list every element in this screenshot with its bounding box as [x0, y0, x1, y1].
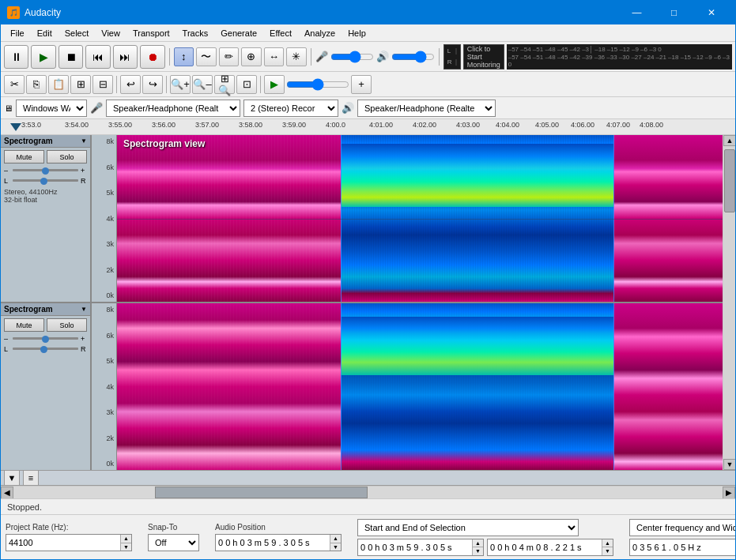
- undo-button[interactable]: ↩: [120, 75, 141, 94]
- audio-position-value[interactable]: [216, 535, 330, 551]
- pause-button[interactable]: ⏸: [4, 45, 28, 69]
- output-volume-slider[interactable]: [391, 51, 435, 62]
- sel-start-input: ▲ ▼: [357, 539, 484, 556]
- play-speed-slider[interactable]: [286, 79, 349, 90]
- project-rate-value[interactable]: [6, 535, 120, 551]
- sel-start-up[interactable]: ▲: [473, 539, 483, 548]
- hscroll-track[interactable]: [13, 487, 723, 498]
- zoom-in-button[interactable]: 🔍+: [170, 75, 191, 94]
- vscroll-down-button[interactable]: ▼: [723, 459, 735, 470]
- center-freq-value[interactable]: [630, 539, 736, 555]
- menu-view[interactable]: View: [95, 24, 126, 41]
- zoom-sel-button[interactable]: ⊞🔍: [214, 75, 235, 94]
- hscroll-thumb[interactable]: [155, 487, 368, 498]
- sep1: [169, 48, 170, 66]
- output-device-select[interactable]: Speaker/Headphone (Realte: [357, 100, 496, 117]
- menu-transport[interactable]: Transport: [126, 24, 176, 41]
- sel-start-value[interactable]: [358, 539, 472, 555]
- zoom-fit-button[interactable]: ⊡: [236, 75, 257, 94]
- vscroll-up-button[interactable]: ▲: [723, 135, 735, 146]
- maximize-button[interactable]: □: [656, 1, 692, 24]
- menu-effect[interactable]: Effect: [263, 24, 298, 41]
- track1-volume-slider[interactable]: [13, 167, 78, 175]
- track2-vol-row: – +: [4, 335, 87, 343]
- track2-pan-slider[interactable]: [13, 345, 78, 353]
- multi-tool-button[interactable]: ✳: [286, 47, 307, 66]
- track1-vol-row: – +: [4, 167, 87, 175]
- track2-volume-slider[interactable]: [13, 335, 78, 343]
- track2-mute-button[interactable]: Mute: [4, 318, 44, 332]
- copy-button[interactable]: ⎘: [26, 75, 47, 94]
- collapse-button[interactable]: ▼: [4, 470, 20, 486]
- timeshift-tool-button[interactable]: ↔: [264, 47, 285, 66]
- t2-freq-5k: 5k: [92, 357, 115, 365]
- menu-file[interactable]: File: [4, 24, 31, 41]
- selection-mode-select[interactable]: Start and End of Selection Start and Len…: [357, 519, 579, 536]
- menu-edit[interactable]: Edit: [31, 24, 59, 41]
- project-rate-down[interactable]: ▼: [121, 543, 131, 551]
- audio-pos-up[interactable]: ▲: [330, 535, 341, 543]
- play-at-speed-button[interactable]: ▶: [264, 75, 285, 94]
- hscroll-left-button[interactable]: ◀: [1, 487, 13, 499]
- vscroll-track[interactable]: [723, 146, 735, 459]
- sel-end-spinners: ▲ ▼: [602, 539, 613, 555]
- track1-mute-button[interactable]: Mute: [4, 150, 44, 163]
- minimize-button[interactable]: —: [619, 1, 655, 24]
- record-button[interactable]: ⏺: [140, 45, 164, 69]
- ruler-time-12: 4:05.00: [535, 121, 559, 129]
- input-channels-select[interactable]: 2 (Stereo) Recor: [243, 100, 338, 117]
- input-volume-slider[interactable]: [330, 51, 374, 62]
- click-to-start-monitoring[interactable]: Click to Start Monitoring: [467, 45, 500, 69]
- stop-button[interactable]: ⏹: [59, 45, 83, 69]
- vol-plus-label: +: [81, 167, 87, 175]
- menu-help[interactable]: Help: [342, 24, 372, 41]
- hscroll-right-button[interactable]: ▶: [723, 487, 735, 499]
- select-tool-button[interactable]: ↕: [174, 47, 194, 66]
- horizontal-scrollbar[interactable]: ◀ ▶: [1, 486, 735, 498]
- menu-select[interactable]: Select: [59, 24, 96, 41]
- track2-dropdown-icon[interactable]: ▼: [81, 306, 87, 313]
- sel-end-down[interactable]: ▼: [602, 547, 613, 555]
- track-menu-button[interactable]: ≡: [23, 470, 39, 486]
- menu-generate[interactable]: Generate: [214, 24, 263, 41]
- skip-start-button[interactable]: ⏮: [85, 45, 110, 69]
- redo-button[interactable]: ↪: [142, 75, 163, 94]
- output-level-meters[interactable]: Click to Start Monitoring: [463, 44, 504, 70]
- host-select[interactable]: Windows WASA: [16, 100, 87, 117]
- track1-dropdown-icon[interactable]: ▼: [81, 137, 87, 145]
- close-button[interactable]: ✕: [693, 1, 729, 24]
- track2-solo-button[interactable]: Solo: [47, 318, 87, 332]
- cut-button[interactable]: ✂: [4, 75, 25, 94]
- play-button[interactable]: ▶: [31, 45, 55, 69]
- t2-freq-6k: 6k: [92, 332, 115, 340]
- ruler-time-6: 3:59.00: [282, 121, 306, 129]
- zoom-tool-button[interactable]: ⊕: [241, 47, 262, 66]
- spec2-sel-left-border: [341, 303, 342, 470]
- vscroll-thumb[interactable]: [724, 149, 735, 212]
- skip-end-button[interactable]: ⏭: [113, 45, 138, 69]
- snap-to-select[interactable]: Off On: [148, 534, 199, 551]
- zoom-out-button[interactable]: 🔍–: [192, 75, 213, 94]
- freq-mode-select[interactable]: Center frequency and Width Top and Botto…: [629, 519, 736, 536]
- sel-end-value[interactable]: [488, 539, 602, 555]
- audio-pos-down[interactable]: ▼: [330, 543, 341, 551]
- draw-tool-button[interactable]: ✏: [219, 47, 240, 66]
- track1-name-button[interactable]: Spectrogram: [4, 137, 53, 145]
- track1-solo-button[interactable]: Solo: [47, 150, 87, 163]
- input-device-select[interactable]: Speaker/Headphone (Realt: [106, 100, 240, 117]
- sel-end-up[interactable]: ▲: [602, 539, 613, 548]
- silence-button[interactable]: ⊟: [92, 75, 113, 94]
- t2-freq-0k: 0k: [92, 460, 115, 468]
- trim-button[interactable]: ⊞: [70, 75, 91, 94]
- track1-pan-slider[interactable]: [13, 177, 78, 185]
- track2-name-button[interactable]: Spectrogram: [4, 305, 53, 314]
- meter-scale-top: –57 –54 –51 –48 –45 –42 –3│ –18 –15 –12 …: [508, 46, 730, 53]
- sel-start-down[interactable]: ▼: [473, 547, 483, 555]
- menu-tracks[interactable]: Tracks: [176, 24, 215, 41]
- envelope-tool-button[interactable]: 〜: [196, 47, 217, 66]
- play-speed-up[interactable]: +: [351, 75, 372, 94]
- project-rate-up[interactable]: ▲: [121, 535, 131, 543]
- vertical-scrollbar[interactable]: ▲ ▼: [723, 135, 735, 470]
- menu-analyze[interactable]: Analyze: [298, 24, 342, 41]
- paste-button[interactable]: 📋: [48, 75, 69, 94]
